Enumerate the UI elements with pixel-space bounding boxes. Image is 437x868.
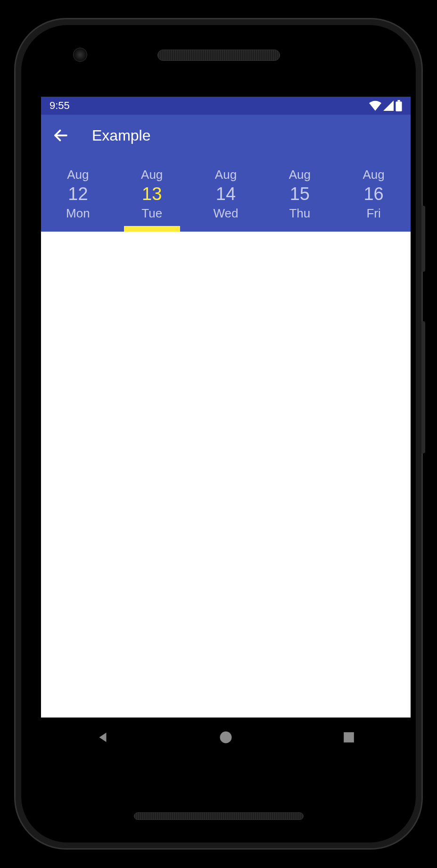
navigation-bar bbox=[41, 718, 411, 757]
date-tab-day-name: Tue bbox=[141, 206, 162, 221]
signal-icon bbox=[383, 100, 394, 111]
page-title: Example bbox=[92, 127, 151, 144]
status-bar: 9:55 bbox=[41, 97, 411, 115]
nav-back-button[interactable] bbox=[93, 727, 113, 747]
back-button[interactable] bbox=[52, 127, 69, 144]
svg-point-2 bbox=[220, 732, 231, 743]
date-tab-month: Aug bbox=[67, 167, 89, 182]
status-icons bbox=[369, 100, 402, 111]
nav-home-button[interactable] bbox=[216, 727, 236, 747]
earpiece-speaker bbox=[157, 50, 280, 61]
nav-back-icon bbox=[96, 730, 110, 744]
date-tab-day-name: Thu bbox=[289, 206, 310, 221]
date-tab-day-name: Mon bbox=[66, 206, 90, 221]
svg-rect-3 bbox=[344, 732, 354, 743]
date-tab-day-name: Wed bbox=[213, 206, 238, 221]
screen: 9:55 Example Aug 12 Mon Aug 13 Tue bbox=[41, 97, 411, 757]
date-tab-4[interactable]: Aug 16 Fri bbox=[337, 156, 411, 232]
power-button[interactable] bbox=[421, 206, 425, 272]
date-tab-day-name: Fri bbox=[366, 206, 380, 221]
svg-rect-1 bbox=[397, 100, 400, 101]
date-tab-day-num: 14 bbox=[216, 184, 236, 204]
nav-recent-button[interactable] bbox=[339, 727, 359, 747]
date-tab-2[interactable]: Aug 14 Wed bbox=[189, 156, 263, 232]
wifi-icon bbox=[369, 100, 381, 111]
date-tab-day-num: 15 bbox=[290, 184, 310, 204]
nav-home-icon bbox=[219, 730, 233, 744]
date-tab-1[interactable]: Aug 13 Tue bbox=[115, 156, 189, 232]
date-tab-month: Aug bbox=[215, 167, 237, 182]
date-tab-0[interactable]: Aug 12 Mon bbox=[41, 156, 115, 232]
device-frame: 9:55 Example Aug 12 Mon Aug 13 Tue bbox=[14, 18, 423, 850]
date-tab-day-num: 16 bbox=[363, 184, 383, 204]
date-tab-month: Aug bbox=[289, 167, 311, 182]
date-tab-month: Aug bbox=[363, 167, 384, 182]
date-tab-3[interactable]: Aug 15 Thu bbox=[263, 156, 337, 232]
volume-button[interactable] bbox=[421, 321, 425, 453]
date-tab-day-num: 13 bbox=[142, 184, 162, 204]
app-bar: Example bbox=[41, 115, 411, 156]
date-tab-bar: Aug 12 Mon Aug 13 Tue Aug 14 Wed Aug 15 … bbox=[41, 156, 411, 232]
battery-icon bbox=[396, 100, 402, 111]
back-arrow-icon bbox=[52, 127, 69, 144]
status-time: 9:55 bbox=[49, 100, 70, 112]
bottom-speaker bbox=[134, 812, 304, 820]
svg-rect-0 bbox=[396, 101, 402, 111]
date-tab-day-num: 12 bbox=[68, 184, 88, 204]
date-tab-month: Aug bbox=[141, 167, 163, 182]
nav-recent-icon bbox=[343, 731, 355, 743]
front-camera bbox=[73, 48, 87, 62]
